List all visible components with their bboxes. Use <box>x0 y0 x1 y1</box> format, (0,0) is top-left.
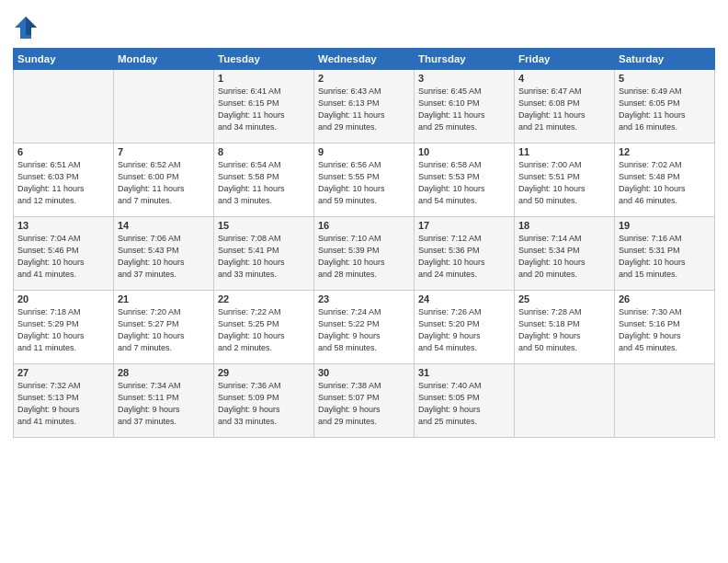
calendar-cell: 24Sunrise: 7:26 AMSunset: 5:20 PMDayligh… <box>415 291 515 364</box>
calendar-cell: 27Sunrise: 7:32 AMSunset: 5:13 PMDayligh… <box>14 364 114 438</box>
calendar-cell <box>615 364 715 438</box>
calendar-cell <box>114 70 214 144</box>
day-number: 14 <box>118 220 210 231</box>
day-number: 3 <box>418 73 510 84</box>
header <box>13 9 715 40</box>
calendar-cell: 2Sunrise: 6:43 AMSunset: 6:13 PMDaylight… <box>314 70 415 144</box>
calendar-cell: 25Sunrise: 7:28 AMSunset: 5:18 PMDayligh… <box>515 291 615 364</box>
day-number: 4 <box>518 73 610 84</box>
day-info: Sunrise: 7:36 AMSunset: 5:09 PMDaylight:… <box>218 380 310 428</box>
calendar-cell: 11Sunrise: 7:00 AMSunset: 5:51 PMDayligh… <box>515 144 615 217</box>
day-info: Sunrise: 7:32 AMSunset: 5:13 PMDaylight:… <box>17 380 109 428</box>
day-number: 28 <box>118 367 210 378</box>
calendar-cell: 20Sunrise: 7:18 AMSunset: 5:29 PMDayligh… <box>14 291 114 364</box>
header-row: SundayMondayTuesdayWednesdayThursdayFrid… <box>14 49 715 70</box>
logo-icon <box>13 15 39 40</box>
day-number: 23 <box>318 293 410 304</box>
day-info: Sunrise: 7:10 AMSunset: 5:39 PMDaylight:… <box>318 233 410 281</box>
day-number: 8 <box>218 146 310 157</box>
col-header-sunday: Sunday <box>14 49 114 70</box>
day-info: Sunrise: 6:51 AMSunset: 6:03 PMDaylight:… <box>17 159 109 207</box>
day-info: Sunrise: 7:18 AMSunset: 5:29 PMDaylight:… <box>17 306 109 354</box>
day-info: Sunrise: 7:06 AMSunset: 5:43 PMDaylight:… <box>118 233 210 281</box>
calendar-cell <box>14 70 114 144</box>
day-number: 31 <box>418 367 510 378</box>
col-header-wednesday: Wednesday <box>314 49 415 70</box>
calendar-cell <box>515 364 615 438</box>
calendar-cell: 17Sunrise: 7:12 AMSunset: 5:36 PMDayligh… <box>415 217 515 291</box>
day-number: 15 <box>218 220 310 231</box>
calendar-cell: 21Sunrise: 7:20 AMSunset: 5:27 PMDayligh… <box>114 291 214 364</box>
day-info: Sunrise: 6:52 AMSunset: 6:00 PMDaylight:… <box>118 159 210 207</box>
svg-marker-1 <box>26 17 37 35</box>
calendar-cell: 12Sunrise: 7:02 AMSunset: 5:48 PMDayligh… <box>615 144 715 217</box>
day-number: 17 <box>418 220 510 231</box>
col-header-friday: Friday <box>515 49 615 70</box>
day-number: 29 <box>218 367 310 378</box>
day-number: 2 <box>318 73 410 84</box>
day-number: 27 <box>17 367 109 378</box>
calendar-cell: 4Sunrise: 6:47 AMSunset: 6:08 PMDaylight… <box>515 70 615 144</box>
calendar-cell: 9Sunrise: 6:56 AMSunset: 5:55 PMDaylight… <box>314 144 415 217</box>
day-info: Sunrise: 6:41 AMSunset: 6:15 PMDaylight:… <box>218 86 310 133</box>
col-header-monday: Monday <box>114 49 214 70</box>
day-info: Sunrise: 6:43 AMSunset: 6:13 PMDaylight:… <box>318 86 410 133</box>
calendar-cell: 5Sunrise: 6:49 AMSunset: 6:05 PMDaylight… <box>615 70 715 144</box>
week-row-3: 13Sunrise: 7:04 AMSunset: 5:46 PMDayligh… <box>14 217 715 291</box>
day-number: 7 <box>118 146 210 157</box>
calendar-cell: 6Sunrise: 6:51 AMSunset: 6:03 PMDaylight… <box>14 144 114 217</box>
day-info: Sunrise: 7:26 AMSunset: 5:20 PMDaylight:… <box>418 306 510 354</box>
day-info: Sunrise: 7:14 AMSunset: 5:34 PMDaylight:… <box>518 233 610 281</box>
calendar-cell: 10Sunrise: 6:58 AMSunset: 5:53 PMDayligh… <box>415 144 515 217</box>
page-container: SundayMondayTuesdayWednesdayThursdayFrid… <box>0 0 728 445</box>
day-number: 5 <box>619 73 711 84</box>
day-number: 10 <box>418 146 510 157</box>
day-number: 18 <box>518 220 610 231</box>
day-info: Sunrise: 6:54 AMSunset: 5:58 PMDaylight:… <box>218 159 310 207</box>
day-number: 11 <box>518 146 610 157</box>
calendar-cell: 15Sunrise: 7:08 AMSunset: 5:41 PMDayligh… <box>214 217 314 291</box>
calendar-cell: 22Sunrise: 7:22 AMSunset: 5:25 PMDayligh… <box>214 291 314 364</box>
calendar-cell: 29Sunrise: 7:36 AMSunset: 5:09 PMDayligh… <box>214 364 314 438</box>
calendar-cell: 1Sunrise: 6:41 AMSunset: 6:15 PMDaylight… <box>214 70 314 144</box>
week-row-5: 27Sunrise: 7:32 AMSunset: 5:13 PMDayligh… <box>14 364 715 438</box>
day-info: Sunrise: 7:30 AMSunset: 5:16 PMDaylight:… <box>619 306 711 354</box>
calendar-cell: 19Sunrise: 7:16 AMSunset: 5:31 PMDayligh… <box>615 217 715 291</box>
day-number: 12 <box>619 146 711 157</box>
calendar-cell: 3Sunrise: 6:45 AMSunset: 6:10 PMDaylight… <box>415 70 515 144</box>
day-number: 9 <box>318 146 410 157</box>
col-header-tuesday: Tuesday <box>214 49 314 70</box>
day-number: 26 <box>619 293 711 304</box>
day-info: Sunrise: 7:08 AMSunset: 5:41 PMDaylight:… <box>218 233 310 281</box>
day-number: 24 <box>418 293 510 304</box>
day-number: 20 <box>17 293 109 304</box>
day-number: 21 <box>118 293 210 304</box>
calendar-table: SundayMondayTuesdayWednesdayThursdayFrid… <box>13 48 715 438</box>
week-row-2: 6Sunrise: 6:51 AMSunset: 6:03 PMDaylight… <box>14 144 715 217</box>
day-info: Sunrise: 6:56 AMSunset: 5:55 PMDaylight:… <box>318 159 410 207</box>
day-info: Sunrise: 7:20 AMSunset: 5:27 PMDaylight:… <box>118 306 210 354</box>
day-info: Sunrise: 6:58 AMSunset: 5:53 PMDaylight:… <box>418 159 510 207</box>
calendar-cell: 13Sunrise: 7:04 AMSunset: 5:46 PMDayligh… <box>14 217 114 291</box>
day-info: Sunrise: 7:22 AMSunset: 5:25 PMDaylight:… <box>218 306 310 354</box>
day-number: 16 <box>318 220 410 231</box>
day-info: Sunrise: 7:02 AMSunset: 5:48 PMDaylight:… <box>619 159 711 207</box>
day-info: Sunrise: 6:47 AMSunset: 6:08 PMDaylight:… <box>518 86 610 133</box>
day-info: Sunrise: 7:24 AMSunset: 5:22 PMDaylight:… <box>318 306 410 354</box>
day-info: Sunrise: 7:00 AMSunset: 5:51 PMDaylight:… <box>518 159 610 207</box>
calendar-cell: 30Sunrise: 7:38 AMSunset: 5:07 PMDayligh… <box>314 364 415 438</box>
day-info: Sunrise: 7:12 AMSunset: 5:36 PMDaylight:… <box>418 233 510 281</box>
day-info: Sunrise: 7:16 AMSunset: 5:31 PMDaylight:… <box>619 233 711 281</box>
day-number: 1 <box>218 73 310 84</box>
day-info: Sunrise: 7:38 AMSunset: 5:07 PMDaylight:… <box>318 380 410 428</box>
calendar-cell: 28Sunrise: 7:34 AMSunset: 5:11 PMDayligh… <box>114 364 214 438</box>
logo <box>13 13 40 40</box>
day-info: Sunrise: 7:28 AMSunset: 5:18 PMDaylight:… <box>518 306 610 354</box>
week-row-4: 20Sunrise: 7:18 AMSunset: 5:29 PMDayligh… <box>14 291 715 364</box>
day-number: 22 <box>218 293 310 304</box>
day-number: 19 <box>619 220 711 231</box>
day-info: Sunrise: 7:40 AMSunset: 5:05 PMDaylight:… <box>418 380 510 428</box>
calendar-cell: 8Sunrise: 6:54 AMSunset: 5:58 PMDaylight… <box>214 144 314 217</box>
week-row-1: 1Sunrise: 6:41 AMSunset: 6:15 PMDaylight… <box>14 70 715 144</box>
col-header-thursday: Thursday <box>415 49 515 70</box>
